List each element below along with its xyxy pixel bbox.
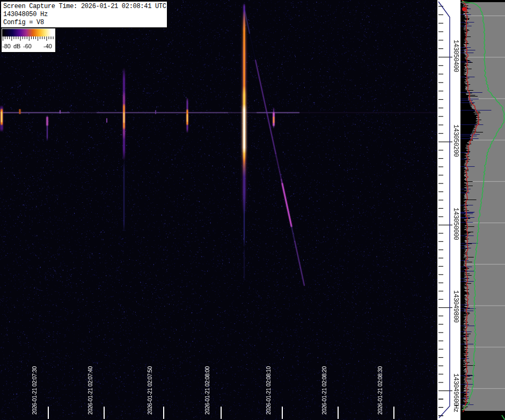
x-axis-tick bbox=[104, 407, 105, 419]
x-axis-tick bbox=[282, 407, 283, 419]
y-axis-frequency-label: 143049600 bbox=[452, 373, 459, 406]
spectrogram-screen-capture: Screen Capture Time: 2026-01-21 02:08:41… bbox=[0, 0, 505, 420]
x-axis-tick bbox=[393, 407, 394, 419]
config-line: Config = V8 bbox=[3, 19, 167, 27]
x-axis-time-label: 2026-01-21 02:08:00 bbox=[203, 366, 211, 415]
x-axis-tick bbox=[221, 407, 222, 419]
capture-time-line: Screen Capture Time: 2026-01-21 02:08:41… bbox=[3, 3, 167, 11]
y-axis-frequency-label: 143050200 bbox=[452, 124, 459, 157]
x-axis-tick bbox=[163, 407, 164, 419]
color-scale-gradient-bar bbox=[2, 29, 54, 36]
tuned-frequency-line: 143048050 Hz bbox=[3, 11, 167, 19]
legend-label-m60: -60 bbox=[23, 43, 32, 49]
y-axis-frequency-label: 143049800 bbox=[452, 290, 459, 322]
legend-label-m40: -40 bbox=[43, 43, 52, 49]
y-axis-frequency-label: 143050000 bbox=[452, 208, 459, 240]
color-scale-ruler-ticks bbox=[2, 36, 54, 42]
x-axis-time-label: 2026-01-21 02:07:30 bbox=[30, 366, 39, 415]
y-axis-unit-label: Hz bbox=[452, 405, 459, 412]
x-axis-time-label: 2026-01-21 02:07:40 bbox=[86, 366, 94, 415]
y-axis-frequency-label: 143050400 bbox=[452, 40, 459, 72]
spectrum-side-panel-canvas bbox=[460, 0, 505, 420]
legend-label-db: dB bbox=[13, 43, 20, 49]
x-axis-time-label: 2026-01-21 02:07:50 bbox=[145, 366, 154, 415]
capture-info-box: Screen Capture Time: 2026-01-21 02:08:41… bbox=[1, 1, 167, 28]
x-axis-time-label: 2026-01-21 02:08:30 bbox=[376, 366, 384, 415]
legend-label-m80: -80 bbox=[2, 43, 11, 49]
x-axis-time-label: 2026-01-21 02:08:10 bbox=[264, 366, 273, 415]
color-scale-legend: -80 dB -60 -40 bbox=[1, 28, 56, 53]
x-axis-tick bbox=[48, 407, 49, 419]
x-axis-tick bbox=[338, 407, 339, 419]
x-axis-time-label: 2026-01-21 02:08:20 bbox=[320, 366, 328, 415]
waterfall-spectrogram-canvas bbox=[0, 0, 437, 420]
